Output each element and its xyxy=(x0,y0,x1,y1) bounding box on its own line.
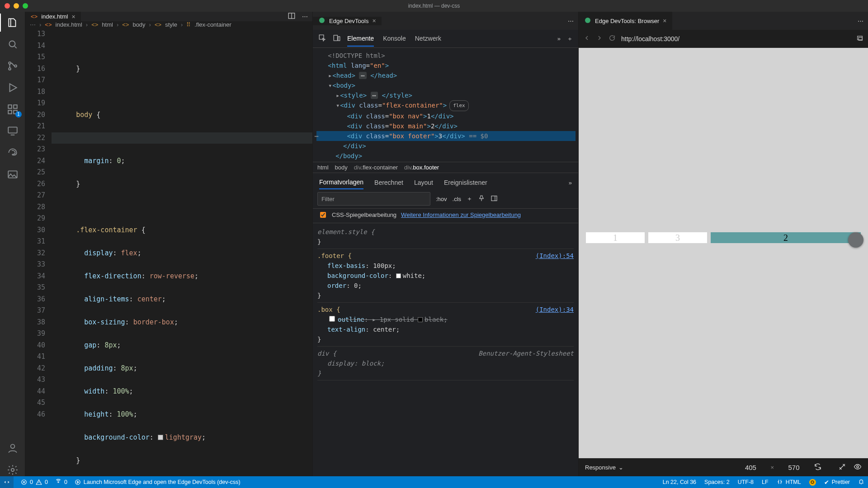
image-preview-icon[interactable] xyxy=(6,168,19,181)
line-gutter: 1314151617181920212223242526272829303132… xyxy=(25,28,52,488)
code-editor[interactable]: 1314151617181920212223242526272829303132… xyxy=(25,28,312,488)
code-area[interactable]: } body { height: 100%; margin: 0; } .fle… xyxy=(52,28,312,488)
more-icon[interactable]: ⋯ xyxy=(302,13,308,20)
tab-styles[interactable]: Formatvorlagen xyxy=(319,176,363,189)
devtools-pane: Edge DevTools × ⋯ Elemente Konsole Netzw… xyxy=(313,12,579,476)
rendered-box-2: 2 xyxy=(711,232,861,243)
address-bar[interactable]: http://localhost:3000/ xyxy=(621,35,851,42)
viewport-height-input[interactable] xyxy=(781,463,807,472)
close-icon[interactable]: × xyxy=(71,13,75,20)
chevron-down-icon: ⌄ xyxy=(618,464,623,471)
svg-point-25 xyxy=(811,481,814,483)
open-external-icon[interactable] xyxy=(856,34,863,43)
svg-rect-5 xyxy=(14,105,17,108)
tab-eventlisteners[interactable]: Ereignislistener xyxy=(444,176,487,189)
source-link[interactable]: (Index):54 xyxy=(536,251,574,261)
more-icon[interactable]: ⋯ xyxy=(858,18,863,24)
mirror-info-link[interactable]: Weitere Informationen zur Spiegelbearbei… xyxy=(401,211,521,219)
back-icon[interactable] xyxy=(583,34,590,43)
styles-list[interactable]: element.style { } .footer { (Index):54 f… xyxy=(313,223,578,382)
svg-rect-6 xyxy=(8,110,12,114)
account-icon[interactable] xyxy=(6,442,19,455)
tab-devtools[interactable]: Edge DevTools × xyxy=(313,17,382,25)
styles-filter-input[interactable]: Filter xyxy=(317,192,430,206)
close-icon[interactable]: × xyxy=(663,17,666,24)
eol-indicator[interactable]: LF xyxy=(762,479,769,485)
svg-point-21 xyxy=(857,466,859,468)
language-indicator[interactable]: HTML xyxy=(777,479,801,485)
more-icon[interactable]: ⋯ xyxy=(568,18,574,24)
panel-elements[interactable]: Elemente xyxy=(347,31,374,47)
problems-indicator[interactable]: 0 0 xyxy=(21,479,48,485)
panel-console[interactable]: Konsole xyxy=(383,31,406,47)
window-title: index.html — dev-css xyxy=(0,3,868,9)
inspect-icon[interactable] xyxy=(318,34,326,43)
edge-icon xyxy=(318,17,326,25)
device-select[interactable]: Responsive ⌄ xyxy=(585,464,623,471)
panel-network[interactable]: Netzwerk xyxy=(415,31,441,47)
svg-rect-19 xyxy=(858,36,863,40)
notifications-icon[interactable] xyxy=(858,479,864,486)
split-editor-icon[interactable] xyxy=(288,12,296,21)
tab-browser[interactable]: Edge DevTools: Browser × xyxy=(579,12,673,30)
svg-point-18 xyxy=(585,18,590,23)
add-panel-icon[interactable]: ＋ xyxy=(567,35,573,43)
tab-index-html[interactable]: <> index.html × xyxy=(25,12,81,21)
device-toggle-icon[interactable] xyxy=(333,34,341,43)
dom-tree[interactable]: <!DOCTYPE html> <html lang="en"> ▸<head>… xyxy=(313,48,578,162)
styles-tabs: Formatvorlagen Berechnet Layout Ereignis… xyxy=(313,173,578,189)
toggle-pane-icon[interactable] xyxy=(491,195,498,203)
rendered-flex-container: 1 3 2 xyxy=(582,229,864,247)
remote-indicator[interactable] xyxy=(0,476,14,488)
rotate-icon[interactable] xyxy=(814,463,822,472)
tab-layout[interactable]: Layout xyxy=(414,176,433,189)
new-style-icon[interactable]: ＋ xyxy=(467,195,472,203)
browser-viewport[interactable]: 1 3 2 xyxy=(579,48,868,458)
gear-icon[interactable] xyxy=(6,464,19,476)
svg-point-13 xyxy=(319,18,325,23)
prop-toggle[interactable] xyxy=(329,316,335,322)
svg-point-1 xyxy=(9,62,11,64)
svg-point-10 xyxy=(10,444,14,448)
devtools-toolbar: Elemente Konsole Netzwerk » ＋ xyxy=(313,30,578,48)
dom-breadcrumb[interactable]: html body divdiv.flex-container.flex-con… xyxy=(313,162,578,173)
breadcrumb[interactable]: ⋯› <> index.html› <>html› <>body› <>styl… xyxy=(25,21,312,28)
svg-rect-4 xyxy=(8,105,12,108)
explorer-icon[interactable] xyxy=(6,16,19,29)
source-control-icon[interactable] xyxy=(6,60,19,72)
titlebar: index.html — dev-css xyxy=(0,0,868,12)
touch-cursor-icon xyxy=(848,232,863,248)
close-icon[interactable]: × xyxy=(372,17,376,24)
go-live-icon[interactable] xyxy=(809,479,816,486)
remote-explorer-icon[interactable] xyxy=(6,125,19,137)
device-toolbar: Responsive ⌄ × xyxy=(579,458,868,476)
cursor-position[interactable]: Ln 22, Col 36 xyxy=(663,479,696,485)
indent-indicator[interactable]: Spaces: 2 xyxy=(704,479,730,485)
svg-rect-17 xyxy=(491,196,497,201)
extensions-badge: 1 xyxy=(15,111,22,117)
viewport-width-input[interactable] xyxy=(738,463,763,472)
svg-point-0 xyxy=(9,41,15,47)
prettier-indicator[interactable]: ✔Prettier xyxy=(824,479,850,486)
pin-icon[interactable] xyxy=(478,195,485,203)
svg-point-2 xyxy=(9,68,11,70)
hov-toggle[interactable]: :hov xyxy=(436,196,447,202)
cls-toggle[interactable]: .cls xyxy=(453,196,462,202)
extensions-icon[interactable]: 1 xyxy=(6,103,19,116)
search-icon[interactable] xyxy=(6,38,19,51)
reload-icon[interactable] xyxy=(609,34,616,43)
encoding-indicator[interactable]: UTF-8 xyxy=(738,479,754,485)
run-debug-icon[interactable] xyxy=(6,81,19,94)
forward-icon[interactable] xyxy=(596,34,603,43)
source-link[interactable]: (Index):34 xyxy=(536,305,574,314)
screenshot-icon[interactable] xyxy=(838,463,846,472)
edge-tools-icon[interactable] xyxy=(6,146,19,159)
eye-icon[interactable] xyxy=(854,463,862,472)
tab-computed[interactable]: Berechnet xyxy=(374,176,403,189)
overflow-icon[interactable]: » xyxy=(557,35,561,42)
svg-rect-8 xyxy=(8,127,17,133)
mirror-checkbox[interactable] xyxy=(320,212,326,218)
edge-icon xyxy=(584,17,591,25)
overflow-icon[interactable]: » xyxy=(569,179,572,186)
browser-pane: Edge DevTools: Browser × ⋯ http://localh… xyxy=(579,12,868,476)
